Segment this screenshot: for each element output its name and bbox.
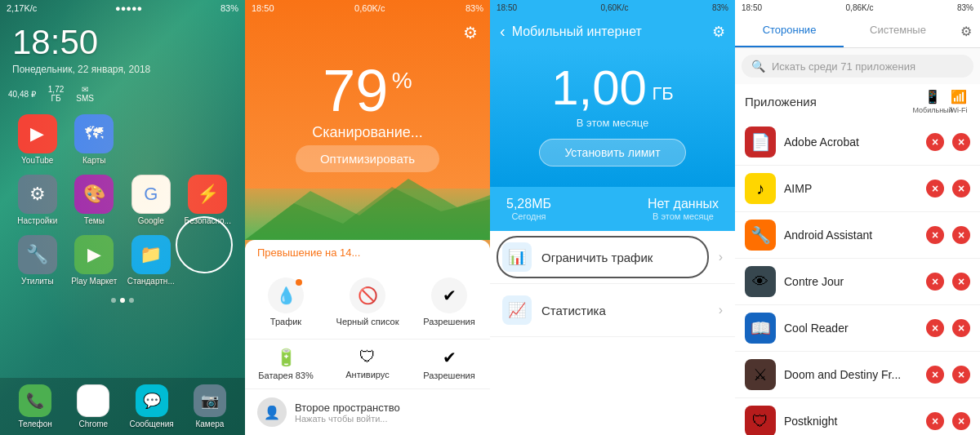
assistant-name: Android Assistant bbox=[784, 229, 918, 242]
aimp-remove-mobile[interactable]: × bbox=[926, 180, 944, 198]
p4-data: 0,86K/с bbox=[846, 3, 874, 12]
dock-camera[interactable]: 📷 Камера bbox=[183, 384, 237, 428]
dock-chrome[interactable]: ◎ Chrome bbox=[66, 384, 120, 428]
restrict-traffic-item[interactable]: 📊 Ограничить трафик › bbox=[490, 231, 735, 284]
contre-remove-mobile[interactable]: × bbox=[926, 273, 944, 291]
dock-phone[interactable]: 📞 Телефон bbox=[8, 384, 62, 428]
stat-month: Нет данных В этом месяце bbox=[648, 197, 719, 221]
p2-battery: 83% bbox=[466, 3, 483, 13]
doom-name: Doom and Destiny Fr... bbox=[784, 368, 918, 381]
coolreader-name: Cool Reader bbox=[784, 322, 918, 335]
acrobat-icon: 📄 bbox=[745, 127, 776, 158]
coolreader-remove-wifi[interactable]: × bbox=[952, 319, 970, 337]
p4-battery: 83% bbox=[957, 3, 973, 12]
blacklist-icon: 🚫 bbox=[358, 286, 378, 305]
optimizer-screen: 18:50 0,60K/с 83% ⚙ 79 % Сканирование...… bbox=[245, 0, 490, 435]
doom-remove-wifi[interactable]: × bbox=[952, 366, 970, 384]
antivirus-item[interactable]: 🛡 Антивирус bbox=[327, 340, 408, 388]
status-bar-4: 18:50 0,86K/с 83% bbox=[735, 0, 980, 16]
search-icon: 🔍 bbox=[751, 60, 765, 73]
gear-icon[interactable]: ⚙ bbox=[463, 23, 478, 42]
permissions2-label: Разрешения bbox=[423, 371, 474, 380]
menu-traffic[interactable]: 💧 Трафик bbox=[245, 269, 327, 335]
mobile-icon: 📱 bbox=[924, 89, 941, 104]
contre-remove-wifi[interactable]: × bbox=[952, 273, 970, 291]
app-list: 📄 Adobe Acrobat × × ♪ AIMP × × 🔧 Android… bbox=[735, 119, 980, 435]
acrobat-remove-mobile[interactable]: × bbox=[926, 133, 944, 151]
app-row-doom: ⚔ Doom and Destiny Fr... × × bbox=[735, 352, 980, 398]
assistant-remove-mobile[interactable]: × bbox=[926, 226, 944, 244]
traffic-label: Трафик bbox=[270, 317, 301, 326]
messages-label: Сообщения bbox=[129, 419, 173, 428]
coolreader-icon: 📖 bbox=[745, 313, 776, 344]
acrobat-remove-wifi[interactable]: × bbox=[952, 133, 970, 151]
second-space-sub: Нажать чтобы войти... bbox=[295, 414, 400, 424]
doom-icon: ⚔ bbox=[745, 359, 776, 390]
coolreader-remove-mobile[interactable]: × bbox=[926, 319, 944, 337]
postknight-remove-wifi[interactable]: × bbox=[952, 412, 970, 430]
apps-header-title: Приложения bbox=[745, 95, 817, 109]
percent-symbol: % bbox=[392, 69, 412, 92]
settings-gear-icon[interactable]: ⚙ bbox=[712, 23, 725, 41]
second-space-label: Второе пространство Нажать чтобы войти..… bbox=[295, 402, 400, 424]
search-bar[interactable]: 🔍 Искать среди 71 приложения bbox=[742, 55, 973, 78]
antivirus-icon: 🛡 bbox=[359, 348, 376, 366]
app-row-contre: 👁 Contre Jour × × bbox=[735, 259, 980, 305]
data-hero: 1,00 ГБ В этом месяце Установить лимит bbox=[490, 47, 735, 187]
messages-icon: 💬 bbox=[136, 384, 168, 417]
mountain-svg bbox=[245, 175, 490, 240]
battery-icon: 🔋 bbox=[276, 348, 296, 367]
traffic-badge bbox=[296, 279, 302, 286]
set-limit-button[interactable]: Установить лимит bbox=[539, 139, 685, 166]
chrome-icon: ◎ bbox=[77, 384, 109, 417]
blacklist-label: Черный список bbox=[336, 317, 399, 326]
gear-settings-icon[interactable]: ⚙ bbox=[952, 16, 980, 47]
data-stats: 5,28МБ Сегодня Нет данных В этом месяце bbox=[490, 187, 735, 231]
permissions2-item[interactable]: ✔ Разрешения bbox=[408, 340, 490, 388]
app-row-assistant: 🔧 Android Assistant × × bbox=[735, 212, 980, 259]
dock-messages[interactable]: 💬 Сообщения bbox=[125, 384, 179, 428]
second-space-title: Второе пространство bbox=[295, 402, 400, 414]
menu-permissions[interactable]: ✔ Разрешения bbox=[408, 269, 490, 335]
p3-time: 18:50 bbox=[497, 3, 517, 12]
menu-blacklist[interactable]: 🚫 Черный список bbox=[327, 269, 408, 335]
phone-icon: 📞 bbox=[19, 384, 51, 417]
app-row-aimp: ♪ AIMP × × bbox=[735, 166, 980, 212]
settings-screen: 18:50 0,86K/с 83% Сторонние Системные ⚙ … bbox=[735, 0, 980, 435]
battery-label: Батарея 83% bbox=[258, 371, 313, 380]
stat-today-value: 5,28МБ bbox=[506, 197, 551, 211]
data-label: В этом месяце bbox=[502, 117, 723, 129]
camera-icon: 📷 bbox=[194, 384, 226, 417]
internet-menu-list: 📊 Ограничить трафик › 📈 Статистика › bbox=[490, 231, 735, 435]
stat-month-value: Нет данных bbox=[648, 197, 719, 211]
assistant-icon: 🔧 bbox=[745, 220, 776, 251]
p2-data: 0,60K/с bbox=[354, 3, 385, 13]
chevron-right-icon2: › bbox=[719, 303, 723, 317]
second-space-item[interactable]: 👤 Второе пространство Нажать чтобы войти… bbox=[245, 388, 490, 435]
traffic-icon-wrap: 💧 bbox=[268, 277, 304, 313]
optimizer-bottom: Превышение на 14... 💧 Трафик 🚫 Черный сп… bbox=[245, 240, 490, 435]
blacklist-icon-wrap: 🚫 bbox=[350, 277, 385, 313]
doom-remove-mobile[interactable]: × bbox=[926, 366, 944, 384]
optimize-button[interactable]: Оптимизировать bbox=[296, 145, 439, 172]
tab-system[interactable]: Системные bbox=[844, 16, 952, 47]
statistics-item[interactable]: 📈 Статистика › bbox=[490, 284, 735, 337]
permissions2-icon: ✔ bbox=[443, 348, 457, 367]
postknight-remove-mobile[interactable]: × bbox=[926, 412, 944, 430]
postknight-name: Postknight bbox=[784, 415, 918, 428]
tab-third-party[interactable]: Сторонние bbox=[735, 16, 844, 47]
permissions-label: Разрешения bbox=[423, 317, 474, 326]
phone-label: Телефон bbox=[18, 419, 51, 428]
stats-icon: 📈 bbox=[502, 295, 532, 325]
contre-icon: 👁 bbox=[745, 266, 776, 297]
battery-item[interactable]: 🔋 Батарея 83% bbox=[245, 340, 327, 388]
restrict-label: Ограничить трафик bbox=[541, 251, 709, 264]
p3-battery: 83% bbox=[712, 3, 728, 12]
second-space-icon: 👤 bbox=[257, 397, 287, 427]
stat-today-label: Сегодня bbox=[506, 211, 551, 221]
back-arrow-icon[interactable]: ‹ bbox=[500, 22, 506, 41]
traffic-icon: 💧 bbox=[276, 286, 296, 305]
assistant-remove-wifi[interactable]: × bbox=[952, 226, 970, 244]
aimp-remove-wifi[interactable]: × bbox=[952, 180, 970, 198]
aimp-icon: ♪ bbox=[745, 173, 776, 204]
